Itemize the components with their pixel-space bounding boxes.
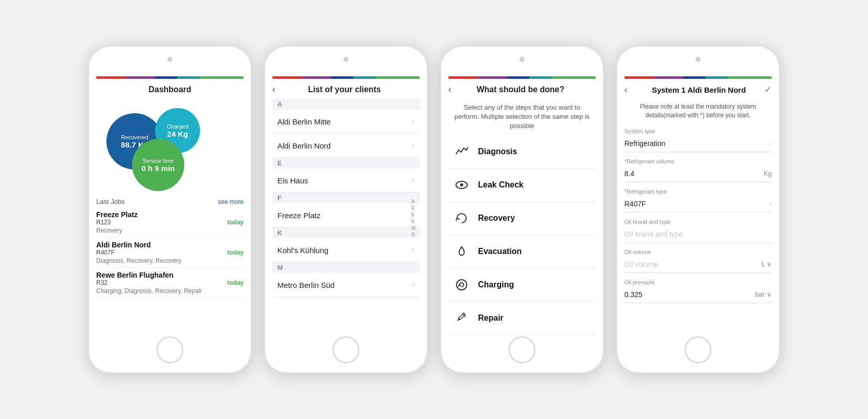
phone-system: ‹ System 1 Aldi Berlin Nord ✓ Please not… [616,46,780,373]
field-unit-ref-volume: Kg [764,170,772,177]
job-name-2: Aldi Berlin Nord [96,241,244,249]
field-label-oil-volume: Oil volume [624,249,772,255]
client-name-2: Aldi Berlin Nord [277,141,331,150]
field-row-oil-volume[interactable]: Oil volume L ∨ [624,256,772,273]
field-label-ref-type: *Refrigerant type [624,188,772,195]
client-aldi-mitte[interactable]: Aldi Berlin Mitte › [272,110,420,134]
service-label-diagnosis: Diagnosis [478,147,517,156]
field-ref-type: *Refrigerant type R407F › [624,185,772,216]
dashboard-title: Dashboard [96,79,244,98]
field-value-ref-volume[interactable]: 8.4 [624,170,764,178]
service-evacuation[interactable]: Evacuation [448,235,596,268]
back-arrow-4[interactable]: ‹ [624,85,627,95]
phone-services: ‹ What should be done? Select any of the… [440,46,604,373]
field-value-oil-pressure[interactable]: 0.325 [624,290,755,299]
phones-container: Dashboard Recovered 88.7 Kg Charged 24 K… [88,46,780,373]
job-item-3[interactable]: Rewe Berlin Flughafen R32 today Charging… [96,268,244,298]
client-list-content: A Aldi Berlin Mitte › Aldi Berlin Nord ›… [272,99,420,338]
wsd-header: ‹ What should be done? [448,79,596,99]
field-row-oil-pressure[interactable]: 0.325 bar ∨ [624,286,772,303]
back-arrow-2[interactable]: ‹ [272,84,275,95]
client-list-title: List of your clients [281,85,420,94]
client-kohls[interactable]: Kohl's Kühlung › [272,238,420,262]
jobs-list: Freeze Platz R123 today Recovery Aldi Be… [96,207,244,298]
recovery-icon [453,210,470,226]
chevron-icon-5: › [412,245,415,255]
service-value: 0 h 9 min [141,164,175,173]
service-label-repair: Repair [478,313,504,323]
field-row-oil-brand[interactable]: Oil brand and type [624,226,772,243]
chevron-ref-type: › [769,200,772,208]
field-label-ref-volume: *Refrigerant volume [624,158,772,164]
client-metro[interactable]: Metro Berlin Süd › [272,273,420,297]
field-label-system-type: System type [624,128,772,134]
charged-value: 24 Kg [167,130,188,138]
service-label-evacuation: Evacuation [478,247,522,256]
chevron-icon-2: › [412,141,415,150]
field-system-type: System type Refrigeration › [624,125,772,155]
svg-point-3 [457,280,467,290]
service-label-leak: Leak Check [478,180,524,190]
job-item-1[interactable]: Freeze Platz R123 today Recovery [96,207,244,238]
job-desc-3: Charging, Diagnosis, Recovery, Repair [96,287,244,295]
service-label: Service time [143,158,174,164]
client-name-1: Aldi Berlin Mitte [277,117,331,126]
job-date-3: today [227,279,244,286]
sys-title: System 1 Aldi Berlin Nord [634,86,764,94]
job-name-1: Freeze Platz [96,211,244,219]
section-m: M [272,262,420,273]
service-diagnosis[interactable]: Diagnosis [448,135,596,169]
field-unit-oil-pressure[interactable]: bar ∨ [755,290,772,298]
charged-label: Charged [167,123,188,130]
client-name-6: Metro Berlin Süd [277,281,335,289]
phone-clients: ‹ List of your clients A Aldi Berlin Mit… [264,46,428,373]
field-row-ref-volume[interactable]: 8.4 Kg [624,165,772,182]
service-recovery[interactable]: Recovery [448,202,596,235]
bubble-service: Service time 0 h 9 min [132,139,184,191]
evacuation-icon [453,243,470,260]
field-row-ref-type[interactable]: R407F › [624,196,772,213]
service-charging[interactable]: Charging [448,268,596,302]
charging-icon [453,277,470,293]
field-unit-oil-volume[interactable]: L ∨ [762,260,772,268]
section-e: E [272,158,420,169]
job-code-1: R123 [96,219,111,226]
field-row-system-type[interactable]: Refrigeration › [624,135,772,152]
job-code-3: R32 [96,279,107,286]
check-icon: ✓ [764,84,772,95]
chevron-icon-3: › [412,176,415,185]
job-desc-1: Recovery [96,227,244,234]
job-desc-2: Diagnosis, Recovery, Recovery [96,257,244,264]
svg-point-1 [460,183,463,186]
field-placeholder-oil-brand: Oil brand and type [624,230,683,238]
see-more-link[interactable]: see more [218,198,244,205]
alpha-index: A E F K M R [411,199,416,238]
field-value-ref-type: R407F [624,200,646,208]
client-freeze-platz[interactable]: Freeze Platz › [272,203,420,227]
last-jobs-label: Last Jobs [96,198,125,205]
field-ref-volume: *Refrigerant volume 8.4 Kg [624,155,772,185]
repair-icon [453,310,470,326]
diagnosis-icon [453,143,470,160]
chevron-system-type: › [769,139,772,148]
wsd-subtitle: Select any of the steps that you want to… [448,99,596,135]
field-value-system-type: Refrigeration [624,139,665,148]
job-date-2: today [227,249,244,256]
chevron-icon-1: › [412,117,415,126]
section-f: F [272,193,420,203]
client-list-header: ‹ List of your clients [272,79,420,99]
service-repair[interactable]: Repair [448,302,596,335]
last-jobs-header: Last Jobs see more [96,195,244,207]
sys-header: ‹ System 1 Aldi Berlin Nord ✓ [624,79,772,99]
leak-check-icon [453,177,470,193]
sys-note: Please note at least the mandatory syste… [624,99,772,125]
section-k: K [272,227,420,238]
client-aldi-nord[interactable]: Aldi Berlin Nord › [272,134,420,158]
service-leak-check[interactable]: Leak Check [448,169,596,202]
job-date-1: today [227,219,244,226]
job-item-2[interactable]: Aldi Berlin Nord R407F today Diagnosis, … [96,238,244,268]
recovered-label: Recovered [121,134,148,140]
section-a: A [272,99,420,110]
back-arrow-3[interactable]: ‹ [448,84,451,95]
client-eis-haus[interactable]: Eis Haus › [272,169,420,193]
